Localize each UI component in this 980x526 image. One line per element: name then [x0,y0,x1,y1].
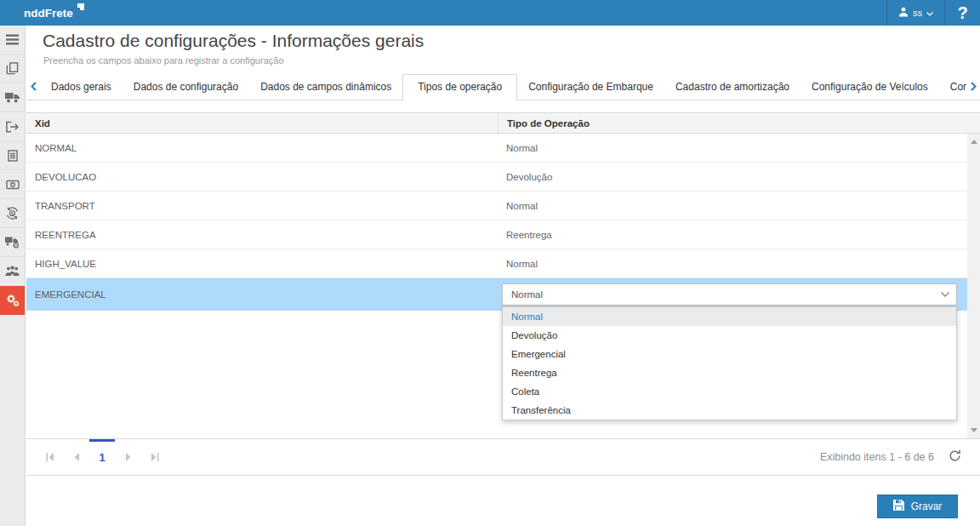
app-logo: nddFrete [24,7,84,20]
cell-xid: EMERGENCIAL [26,289,498,300]
cell-xid: DEVOLUCAO [26,172,498,182]
table-row[interactable]: TRANSPORTNormal [26,192,967,220]
page-subtitle: Preencha os campos abaixo para registrar… [43,55,284,66]
sidebar-item-gears[interactable] [0,286,25,315]
vertical-scrollbar[interactable] [967,134,980,438]
money-sync-icon: $ [6,207,19,220]
dropdown-option-normal[interactable]: Normal [503,307,956,326]
first-page-button[interactable] [37,439,63,475]
sidebar-item-truck-gear[interactable] [0,228,25,257]
person-icon [898,7,909,19]
floppy-icon [893,500,904,513]
prev-page-icon [73,449,80,465]
exit-arrow-icon [6,121,19,133]
cell-tipo: Normal [498,259,967,269]
topbar: nddFrete ss ? [0,0,980,26]
dropdown-option-transferencia[interactable]: Transferência [503,401,956,420]
chevron-left-icon [31,79,37,94]
last-page-button[interactable] [141,439,168,475]
main-content: Cadastro de configurações - Informações … [26,26,980,526]
app-logo-text: nddFrete [24,7,73,20]
tab-tipos-de-operacao[interactable]: Tipos de operação [402,74,517,100]
save-button-label: Gravar [911,500,943,512]
table-row[interactable]: REENTREGAReentrega [26,220,967,249]
prev-page-button[interactable] [63,439,89,475]
sidebar-item-menu[interactable] [0,26,25,54]
sidebar-item-exit-arrow[interactable] [0,112,25,141]
tab-dados-de-configuracao[interactable]: Dados de configuração [122,74,249,100]
grid-header: Xid Tipo de Operação [26,112,980,134]
page-number-1[interactable]: 1 [89,439,115,475]
logo-flag-icon [77,3,84,10]
sidebar: $ [0,26,26,526]
tab-configuracao-de-embarque[interactable]: Configuração de Embarque [517,74,664,100]
truck-gear-icon [5,237,20,249]
tabs-viewport: Dados geraisDados de configuraçãoDados d… [40,74,968,100]
user-menu[interactable]: ss [886,0,944,26]
chevron-down-icon [926,8,933,18]
user-label: ss [913,8,922,18]
next-page-button[interactable] [115,439,141,475]
select-value: Normal [503,289,934,300]
tab-cadastro-de-amortizacao[interactable]: Cadastro de amortização [664,74,801,100]
cell-tipo: Reentrega [498,230,967,240]
cell-tipo: Normal [498,143,967,153]
grid-body: NORMALNormalDEVOLUCAODevoluçãoTRANSPORTN… [26,134,980,438]
grid-rows-normal: NORMALNormalDEVOLUCAODevoluçãoTRANSPORTN… [26,134,967,278]
tipo-operacao-dropdown-list: NormalDevoluçãoEmergencialReentregaColet… [502,306,957,420]
cell-tipo: Normal [498,201,967,211]
tipo-operacao-select[interactable]: Normal [502,283,957,306]
topbar-right: ss ? [886,0,980,26]
refresh-button[interactable] [949,449,961,466]
copy-pages-icon [6,62,19,75]
tab-configuracao-de-veiculos[interactable]: Configuração de Veículos [801,74,939,100]
sidebar-item-document[interactable] [0,141,25,170]
help-button[interactable]: ? [944,0,980,26]
dropdown-option-emergencial[interactable]: Emergencial [503,345,956,363]
next-page-icon [125,449,132,465]
save-button[interactable]: Gravar [877,495,958,518]
last-page-icon [151,449,159,465]
refresh-icon [949,449,961,466]
sidebar-item-money-sync[interactable]: $ [0,199,25,228]
menu-icon [6,34,19,45]
document-icon [8,150,18,162]
cell-xid: HIGH_VALUE [26,259,498,269]
table-row[interactable]: DEVOLUCAODevolução [26,163,967,192]
cell-xid: REENTREGA [26,230,498,240]
dropdown-option-devolucao[interactable]: Devolução [503,326,956,345]
page-title: Cadastro de configurações - Informações … [43,31,424,51]
cell-xid: TRANSPORT [26,201,498,211]
cell-xid: NORMAL [26,143,498,153]
dropdown-option-coleta[interactable]: Coleta [503,382,956,401]
first-page-icon [46,449,54,465]
sidebar-item-banknote[interactable] [0,170,25,199]
tabs-scroll-right-button[interactable] [966,74,980,100]
column-header-tipo-de-operacao[interactable]: Tipo de Operação [498,113,980,133]
table-row[interactable]: NORMALNormal [26,134,967,163]
cell-tipo-editor: Normal [498,283,967,306]
chevron-right-icon [971,79,977,94]
tabs-scroll-left-button[interactable] [26,74,40,100]
question-mark-icon: ? [957,3,967,23]
sidebar-item-truck[interactable] [0,83,25,112]
users-icon [5,266,20,277]
table-row[interactable]: HIGH_VALUENormal [26,249,967,278]
scroll-down-icon[interactable] [967,424,980,437]
gears-icon [6,294,20,307]
column-header-xid[interactable]: Xid [26,113,498,133]
tabstrip: Dados geraisDados de configuraçãoDados d… [26,74,980,100]
dropdown-option-reentrega[interactable]: Reentrega [503,363,956,382]
tab-dados-de-campos-dinamicos[interactable]: Dados de campos dinâmicos [249,74,402,100]
scroll-up-icon[interactable] [967,135,980,148]
banknote-icon [6,180,20,190]
sidebar-item-copy-pages[interactable] [0,54,25,83]
truck-icon [5,92,20,103]
tab-comandos-de-i[interactable]: Comandos de i [939,74,968,100]
sidebar-item-users[interactable] [0,257,25,286]
cell-tipo: Devolução [498,172,967,182]
pager: 1 Exibindo itens 1 - 6 de 6 [26,438,980,476]
tab-dados-gerais[interactable]: Dados gerais [40,74,122,100]
select-chevron-down-icon [934,292,956,297]
pager-status: Exibindo itens 1 - 6 de 6 [820,451,934,463]
